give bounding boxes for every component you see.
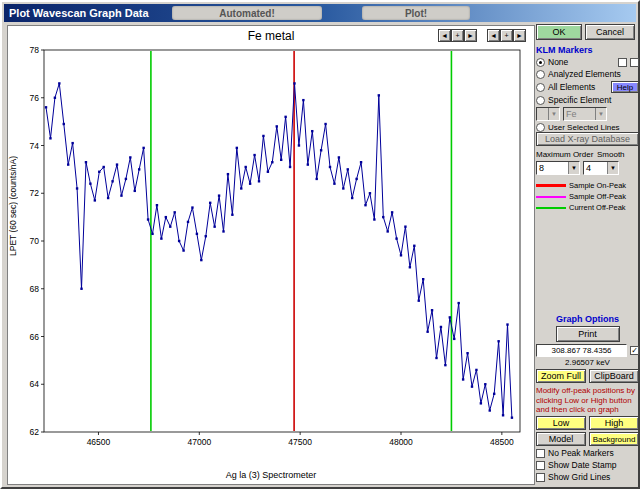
legend-current-off-peak: Current Off-Peak (536, 203, 639, 212)
klm-option-specific[interactable]: Specific Element (536, 95, 639, 105)
no-peak-markers-checkbox[interactable]: No Peak Markers (536, 448, 639, 458)
svg-text:48000: 48000 (389, 437, 413, 447)
radio-user-selected-icon[interactable] (536, 123, 545, 132)
svg-text:48500: 48500 (490, 437, 514, 447)
chart-pager-controls: ◄ + ► ◄ + ► (438, 29, 526, 42)
svg-text:66: 66 (30, 332, 40, 342)
load-xray-database-button[interactable]: Load X-ray Database (536, 132, 639, 146)
klm-option-analyzed[interactable]: Analyzed Elements (536, 69, 639, 79)
klm-option-all[interactable]: All Elements Help (536, 81, 639, 93)
svg-text:74: 74 (30, 141, 40, 151)
klm-option-none[interactable]: None (536, 57, 639, 67)
control-panel: OK Cancel KLM Markers None Analyzed Elem… (536, 22, 639, 482)
pager-group-right: ◄ + ► (487, 29, 526, 42)
radio-specific-element-icon[interactable] (536, 96, 545, 105)
svg-text:46500: 46500 (87, 437, 111, 447)
graph-options-header: Graph Options (536, 314, 639, 324)
title-bar[interactable]: Plot Wavescan Graph Data Automated! Plot… (4, 4, 636, 22)
svg-text:76: 76 (30, 93, 40, 103)
print-button[interactable]: Print (556, 326, 620, 342)
checkbox-icon[interactable] (536, 449, 545, 458)
checkbox-icon[interactable] (536, 461, 545, 470)
legend-sample-off-peak: Sample Off-Peak (536, 192, 639, 201)
cursor-coordinates: 308.867 78.4356 (536, 344, 627, 357)
ok-button[interactable]: OK (536, 24, 582, 40)
legend-sample-on-peak: Sample On-Peak (536, 181, 639, 190)
element-combo: Fe ▼ (563, 107, 607, 121)
checkbox-icon[interactable] (536, 473, 545, 482)
klm-markers-header: KLM Markers (536, 45, 639, 55)
klm-extra-checkbox-2[interactable] (630, 58, 639, 67)
svg-text:78: 78 (30, 45, 40, 55)
chevron-down-icon: ▼ (595, 108, 606, 120)
zoom-full-button[interactable]: Zoom Full (536, 369, 586, 383)
chevron-down-icon: ▼ (568, 162, 579, 174)
background-tab-plot[interactable]: Plot! (362, 6, 470, 20)
x-axis-label: Ag la (3) Spectrometer (8, 470, 534, 480)
pager-right-icon[interactable]: ► (513, 29, 526, 42)
show-date-stamp-checkbox[interactable]: Show Date Stamp (536, 460, 639, 470)
model-button[interactable]: Model (536, 432, 586, 446)
radio-analyzed-icon[interactable] (536, 70, 545, 79)
klm-extra-checkbox-1[interactable] (618, 58, 627, 67)
pager-left-icon[interactable]: ◄ (438, 29, 451, 42)
green-line-icon (536, 207, 566, 209)
cancel-button[interactable]: Cancel (585, 24, 635, 40)
radio-none-icon[interactable] (536, 58, 545, 67)
pager-right-icon[interactable]: ► (464, 29, 477, 42)
smooth-combo[interactable]: 4 ▼ (583, 161, 619, 175)
help-button[interactable]: Help (611, 81, 639, 93)
pager-plus-icon[interactable]: + (451, 29, 464, 42)
radio-all-elements-icon[interactable] (536, 83, 545, 92)
maximum-order-combo[interactable]: 8 ▼ (536, 161, 580, 175)
pager-left-icon[interactable]: ◄ (487, 29, 500, 42)
kev-readout: 2.96507 keV (536, 358, 639, 367)
element-row-combo: ▼ (536, 107, 560, 121)
offpeak-hint-text: Modify off-peak positions by clicking Lo… (536, 386, 639, 414)
background-button[interactable]: Background (589, 432, 639, 446)
svg-text:64: 64 (30, 379, 40, 389)
svg-text:47000: 47000 (187, 437, 211, 447)
chevron-down-icon: ▼ (548, 108, 559, 120)
svg-text:62: 62 (30, 427, 40, 437)
chart-panel: Fe metal ◄ + ► ◄ + ► LPET (60 sec) (coun… (7, 25, 535, 485)
show-grid-lines-checkbox[interactable]: Show Grid Lines (536, 472, 639, 482)
chevron-down-icon: ▼ (607, 162, 618, 174)
plot-wavescan-window: Plot Wavescan Graph Data Automated! Plot… (0, 0, 640, 489)
low-button[interactable]: Low (536, 416, 586, 430)
svg-text:68: 68 (30, 284, 40, 294)
user-selected-lines[interactable]: User Selected Lines (536, 123, 639, 132)
magenta-line-icon (536, 196, 566, 198)
maximum-order-label: Maximum Order (536, 150, 594, 159)
background-tab-automate[interactable]: Automated! (172, 6, 322, 20)
window-title: Plot Wavescan Graph Data (9, 7, 149, 19)
red-line-icon (536, 184, 566, 187)
clipboard-button[interactable]: ClipBoard (589, 369, 639, 383)
pager-plus-icon[interactable]: + (500, 29, 513, 42)
high-button[interactable]: High (589, 416, 639, 430)
smooth-label: Smooth (597, 150, 625, 159)
svg-text:72: 72 (30, 188, 40, 198)
coords-checkbox[interactable]: ✓ (630, 346, 639, 355)
svg-text:70: 70 (30, 236, 40, 246)
wavescan-plot[interactable]: 6264666870727476784650047000475004800048… (10, 44, 530, 466)
svg-text:47500: 47500 (288, 437, 312, 447)
pager-group-left: ◄ + ► (438, 29, 477, 42)
